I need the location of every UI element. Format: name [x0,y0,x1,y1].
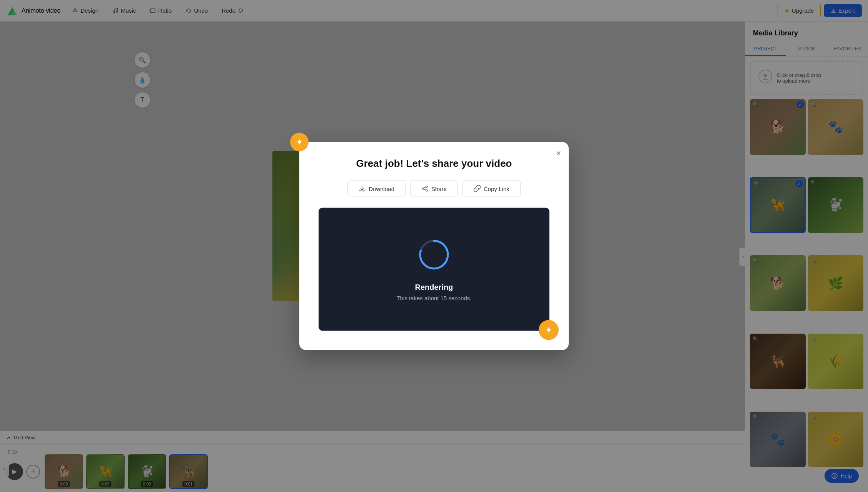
render-title: Rendering [415,283,453,292]
download-label: Download [369,185,394,192]
share-icon [421,185,428,192]
render-spinner [417,238,451,272]
modal-title: Great job! Let's share your video [319,158,549,170]
svg-point-15 [422,188,424,189]
svg-point-16 [426,190,427,191]
share-button[interactable]: Share [410,180,458,197]
sparkle-bottom-icon: ✦ [539,320,559,340]
copy-link-label: Copy Link [484,185,509,192]
share-modal: × ✦ Great job! Let's share your video Do… [299,142,569,350]
download-button[interactable]: Download [347,180,406,197]
copy-link-button[interactable]: Copy Link [462,180,521,197]
svg-point-14 [426,186,427,188]
svg-line-17 [424,187,426,188]
sparkle-top-icon: ✦ [290,133,309,151]
render-subtitle: This takes about 15 seconds. [396,295,471,301]
modal-video-area: ✦ Rendering This takes about 15 seconds. [319,208,549,331]
modal-close-button[interactable]: × [556,148,561,158]
download-icon [359,185,366,192]
svg-line-18 [424,189,426,190]
modal-actions: Download Share Copy Link [319,180,549,197]
link-icon [474,185,481,192]
share-label: Share [431,185,447,192]
